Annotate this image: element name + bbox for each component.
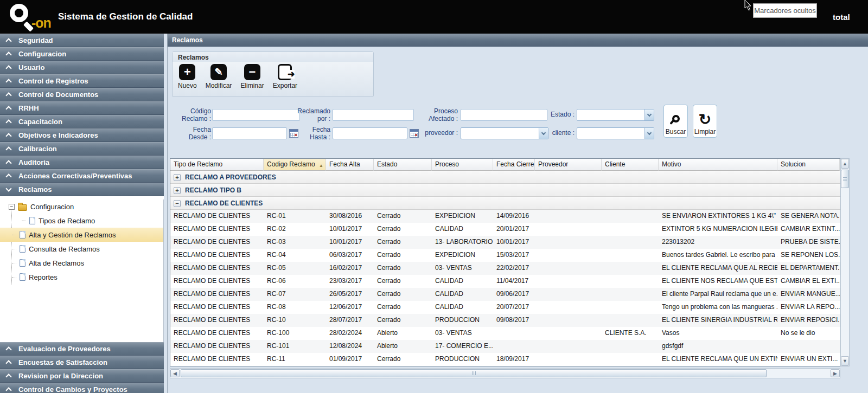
tree-item-tipos-de-reclamo[interactable]: Tipos de Reclamo [0, 214, 163, 228]
table-cell: 23/03/2017 [326, 275, 374, 288]
cliente-select[interactable] [577, 127, 654, 139]
table-row[interactable]: RECLAMO DE CLIENTESRC-0310/01/2017Cerrad… [170, 236, 840, 249]
tree-item-alta-de-reclamos[interactable]: Alta de Reclamos [0, 256, 163, 270]
table-cell [602, 275, 659, 288]
table-cell: Cerrado [374, 275, 432, 288]
column-header-proceso[interactable]: Proceso [432, 159, 493, 171]
column-header-tipo-de-reclamo[interactable]: Tipo de Reclamo [170, 159, 264, 171]
expand-icon[interactable]: + [174, 187, 181, 194]
sidebar-item-rrhh[interactable]: RRHH [0, 101, 164, 115]
buscar-button[interactable]: Buscar [663, 105, 688, 138]
column-header-fecha-alta[interactable]: Fecha Alta [326, 159, 374, 171]
tree-item-alta-y-gesti-n-de-reclamos[interactable]: Alta y Gestión de Reclamos [0, 228, 163, 242]
table-row[interactable]: RECLAMO DE CLIENTESRC-10028/02/2024Abier… [170, 327, 840, 340]
table-row[interactable]: RECLAMO DE CLIENTESRC-0130/08/2016Cerrad… [170, 210, 840, 223]
sidebar-item-control-de-documentos[interactable]: Control de Documentos [0, 88, 164, 101]
collapse-icon[interactable]: − [174, 200, 181, 207]
sidebar-item-auditoria[interactable]: Auditoria [0, 156, 164, 169]
column-header-cliente[interactable]: Cliente [602, 159, 659, 171]
table-row[interactable]: RECLAMO DE CLIENTESRC-0812/06/2017Cerrad… [170, 301, 840, 314]
sidebar-item-encuestas-de-satisfaccion[interactable]: Encuestas de Satisfaccion [0, 356, 164, 369]
table-row[interactable]: RECLAMO DE CLIENTESRC-0210/01/2017Cerrad… [170, 223, 840, 236]
sidebar-item-configuracion[interactable]: Configuracion [0, 47, 164, 61]
calendar-icon[interactable] [410, 129, 419, 138]
sidebar-item-revision-por-la-direccion[interactable]: Revision por la Direccion [0, 369, 164, 383]
proceso-afectado-input[interactable] [461, 109, 547, 121]
scroll-down-button[interactable]: ▼ [841, 356, 849, 366]
column-header-proveedor[interactable]: Proveedor [535, 159, 602, 171]
table-row[interactable]: RECLAMO DE CLIENTESRC-0726/05/2017Cerrad… [170, 288, 840, 301]
column-header-solucion[interactable]: Solucion [777, 159, 840, 171]
fecha-desde-input[interactable] [212, 127, 287, 139]
sidebar-item-seguridad[interactable]: Seguridad [0, 34, 164, 47]
reclamado-por-label: Reclamado por : [291, 107, 330, 123]
fecha-hasta-input[interactable] [333, 127, 407, 139]
reclamado-por-input[interactable] [333, 109, 414, 121]
sidebar-item-capacitacion[interactable]: Capacitacion [0, 115, 164, 128]
table-cell [535, 314, 602, 327]
column-header-fecha-cierre[interactable]: Fecha Cierre [493, 159, 535, 171]
estado-select[interactable] [577, 109, 654, 121]
table-cell: RECLAMO DE CLIENTES [170, 288, 264, 301]
expand-icon[interactable]: + [174, 174, 181, 181]
sidebar-item-control-de-registros[interactable]: Control de Registros [0, 74, 164, 88]
scroll-up-button[interactable]: ▲ [841, 159, 849, 169]
sidebar-item-usuario[interactable]: Usuario [0, 61, 164, 74]
dropdown-arrow-icon[interactable] [644, 109, 654, 120]
table-cell: EL CLIENTE NOS RECLAMA QUE ESTA ... [659, 275, 777, 288]
table-cell: SE GENERA NOTA... [777, 210, 840, 223]
table-cell: 28/07/2017 [326, 314, 374, 327]
toolbar-button-exportar[interactable]: ➜Exportar [273, 64, 297, 89]
tree-item-label: Reportes [29, 273, 58, 281]
tree-item-configuracion[interactable]: −Configuracion [0, 199, 163, 214]
tree-stub-line [12, 249, 16, 249]
table-cell: 12/08/2024 [326, 340, 374, 353]
reclamos-tree: −ConfiguracionTipos de ReclamoAlta y Ges… [0, 199, 164, 342]
table-cell: RC-100 [264, 327, 326, 340]
table-cell [602, 301, 659, 314]
column-header-codigo-reclamo[interactable]: Codigo Reclamo▲ [264, 159, 326, 171]
table-cell [535, 236, 602, 249]
tree-item-reportes[interactable]: Reportes [0, 270, 163, 284]
top-bar: -on Sistema de Gestion de Calidad Marcad… [0, 0, 868, 34]
limpiar-label: Limpiar [694, 128, 716, 136]
sidebar-item-reclamos[interactable]: Reclamos [0, 183, 164, 196]
sidebar-item-acciones-correctivas-preventivas[interactable]: Acciones Correctivas/Preventivas [0, 169, 164, 183]
sidebar-item-evaluacion-de-proveedores[interactable]: Evaluacion de Proveedores [0, 342, 164, 356]
collapse-box-icon[interactable]: − [9, 204, 15, 210]
table-row[interactable]: RECLAMO DE CLIENTESRC-0406/03/2017Cerrad… [170, 249, 840, 262]
group-row-reclamo-a-proveedores[interactable]: +RECLAMO A PROVEEDORES [170, 171, 840, 184]
codigo-reclamo-input[interactable] [212, 109, 300, 121]
table-cell [602, 288, 659, 301]
sidebar-item-calibracion[interactable]: Calibracion [0, 142, 164, 156]
toolbar-button-nuevo[interactable]: +Nuevo [178, 64, 197, 89]
dropdown-arrow-icon[interactable] [644, 128, 654, 139]
tree-item-consulta-de-reclamos[interactable]: Consulta de Reclamos [0, 242, 163, 256]
vertical-scrollbar[interactable]: ▲ ▼ [840, 158, 850, 366]
table-cell [535, 223, 602, 236]
table-row[interactable]: RECLAMO DE CLIENTESRC-0516/02/2017Cerrad… [170, 262, 840, 275]
sidebar-item-objetivos-e-indicadores[interactable]: Objetivos e Indicadores [0, 128, 164, 142]
group-row-reclamo-tipo-b[interactable]: +RECLAMO TIPO B [170, 184, 840, 197]
vertical-scroll-thumb[interactable] [841, 170, 849, 188]
refresh-icon: ↻ [699, 113, 711, 127]
limpiar-button[interactable]: ↻ Limpiar [693, 105, 717, 138]
scroll-right-button[interactable]: ▶ [831, 369, 840, 377]
column-header-estado[interactable]: Estado [374, 159, 432, 171]
table-row[interactable]: RECLAMO DE CLIENTESRC-10112/08/2024Abier… [170, 340, 840, 353]
group-row-reclamo-de-clientes[interactable]: −RECLAMO DE CLIENTES [170, 197, 840, 210]
scroll-left-button[interactable]: ◀ [170, 369, 180, 377]
proveedor-select[interactable] [461, 127, 548, 139]
table-row[interactable]: RECLAMO DE CLIENTESRC-1028/07/2017Cerrad… [170, 314, 840, 327]
chevron-up-icon [5, 360, 11, 366]
sidebar-item-control-de-cambios-y-proyectos[interactable]: Control de Cambios y Proyectos [0, 383, 164, 393]
table-row[interactable]: RECLAMO DE CLIENTESRC-0623/03/2017Cerrad… [170, 275, 840, 288]
folder-icon [18, 204, 27, 211]
column-header-motivo[interactable]: Motivo [659, 159, 777, 171]
horizontal-scrollbar[interactable]: ◀ ▶ [170, 368, 840, 378]
toolbar-button-modificar[interactable]: ✎Modificar [206, 64, 232, 89]
table-row[interactable]: RECLAMO DE CLIENTESRC-1101/09/2017Cerrad… [170, 353, 840, 366]
horizontal-scroll-thumb[interactable] [181, 369, 767, 377]
vertical-scroll-track[interactable] [841, 188, 849, 356]
toolbar-button-eliminar[interactable]: −Eliminar [240, 64, 264, 89]
